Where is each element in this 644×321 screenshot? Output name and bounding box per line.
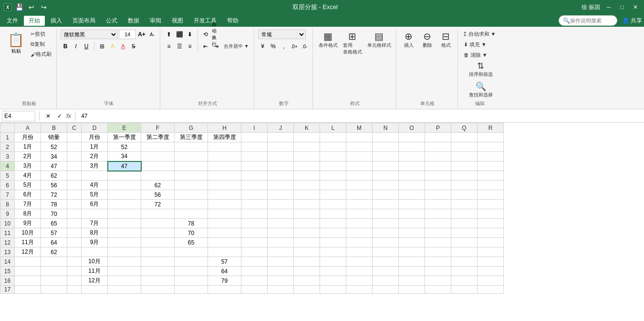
cell-K14[interactable] xyxy=(294,257,320,267)
cell-D6[interactable]: 4月 xyxy=(82,181,108,190)
cell-E12[interactable] xyxy=(108,238,141,247)
cell-F4[interactable] xyxy=(141,161,175,171)
cell-I2[interactable] xyxy=(241,142,268,152)
cell-B3[interactable]: 34 xyxy=(41,152,67,161)
font-size-decrease-button[interactable]: A- xyxy=(147,30,157,39)
align-right-button[interactable]: ≡ xyxy=(185,42,195,51)
format-painter-button[interactable]: 🖌 格式刷 xyxy=(29,50,53,59)
cell-K15[interactable] xyxy=(294,267,320,276)
cell-M11[interactable] xyxy=(346,228,373,238)
cell-I5[interactable] xyxy=(241,171,268,181)
cell-K9[interactable] xyxy=(294,209,320,219)
cell-D13[interactable] xyxy=(82,247,108,257)
cell-R1[interactable] xyxy=(478,133,504,142)
cell-P10[interactable] xyxy=(425,219,451,228)
format-cells-button[interactable]: ⊟ 格式 xyxy=(437,30,455,50)
font-size-increase-button[interactable]: A+ xyxy=(137,30,146,39)
cell-Q5[interactable] xyxy=(451,171,478,181)
cell-G17[interactable] xyxy=(175,286,208,294)
share-button[interactable]: 👤 共享 xyxy=(622,17,642,25)
cell-D4[interactable]: 3月 xyxy=(82,161,108,171)
col-header-H[interactable]: H xyxy=(208,123,241,133)
cell-R17[interactable] xyxy=(478,286,504,294)
menu-data[interactable]: 数据 xyxy=(123,16,144,26)
row-header-2[interactable]: 2 xyxy=(0,142,15,152)
menu-file[interactable]: 文件 xyxy=(2,16,23,26)
cell-F10[interactable] xyxy=(141,219,175,228)
cell-D16[interactable]: 12月 xyxy=(82,276,108,286)
menu-page-layout[interactable]: 页面布局 xyxy=(68,16,100,26)
cell-I14[interactable] xyxy=(241,257,268,267)
cell-Q9[interactable] xyxy=(451,209,478,219)
cell-J5[interactable] xyxy=(268,171,294,181)
cell-P9[interactable] xyxy=(425,209,451,219)
cell-A6[interactable]: 5月 xyxy=(15,181,41,190)
align-middle-button[interactable]: ⬛ xyxy=(175,30,184,39)
cell-C14[interactable] xyxy=(67,257,82,267)
cell-G14[interactable] xyxy=(175,257,208,267)
cell-B5[interactable]: 62 xyxy=(41,171,67,181)
row-header-14[interactable]: 14 xyxy=(0,257,15,267)
align-top-button[interactable]: ⬆ xyxy=(164,30,174,39)
cell-H16[interactable]: 79 xyxy=(208,276,241,286)
row-header-5[interactable]: 5 xyxy=(0,171,15,181)
cell-E7[interactable] xyxy=(108,190,141,200)
col-header-J[interactable]: J xyxy=(268,123,294,133)
cell-N5[interactable] xyxy=(373,171,399,181)
cell-H15[interactable]: 64 xyxy=(208,267,241,276)
cut-button[interactable]: ✂ 剪切 xyxy=(29,30,53,39)
row-header-15[interactable]: 15 xyxy=(0,267,15,276)
cell-A4[interactable]: 3月 xyxy=(15,161,41,171)
cell-G13[interactable] xyxy=(175,247,208,257)
cell-J16[interactable] xyxy=(268,276,294,286)
cell-A11[interactable]: 10月 xyxy=(15,228,41,238)
cell-J6[interactable] xyxy=(268,181,294,190)
cell-I10[interactable] xyxy=(241,219,268,228)
formula-input[interactable] xyxy=(79,111,642,121)
cell-Q4[interactable] xyxy=(451,161,478,171)
cell-R14[interactable] xyxy=(478,257,504,267)
cell-K10[interactable] xyxy=(294,219,320,228)
cell-G4[interactable] xyxy=(175,161,208,171)
cell-C7[interactable] xyxy=(67,190,82,200)
cell-D17[interactable] xyxy=(82,286,108,294)
save-button[interactable]: 💾 xyxy=(14,2,24,12)
cell-P17[interactable] xyxy=(425,286,451,294)
cell-P14[interactable] xyxy=(425,257,451,267)
cell-C13[interactable] xyxy=(67,247,82,257)
cell-J1[interactable] xyxy=(268,133,294,142)
col-header-R[interactable]: R xyxy=(478,123,504,133)
cell-B2[interactable]: 52 xyxy=(41,142,67,152)
cell-I12[interactable] xyxy=(241,238,268,247)
cell-J10[interactable] xyxy=(268,219,294,228)
cell-K5[interactable] xyxy=(294,171,320,181)
col-header-A[interactable]: A xyxy=(15,123,41,133)
font-color-button[interactable]: A xyxy=(118,42,128,51)
cell-B8[interactable]: 78 xyxy=(41,200,67,209)
clear-button[interactable]: 🗑 清除 ▼ xyxy=(462,51,489,60)
cell-N8[interactable] xyxy=(373,200,399,209)
cell-M9[interactable] xyxy=(346,209,373,219)
cell-E1[interactable]: 第一季度 xyxy=(108,133,141,142)
cell-P1[interactable] xyxy=(425,133,451,142)
cell-F5[interactable] xyxy=(141,171,175,181)
cancel-formula-button[interactable]: ✕ xyxy=(43,111,53,121)
cell-E6[interactable] xyxy=(108,181,141,190)
cell-A1[interactable]: 月份 xyxy=(15,133,41,142)
cell-J9[interactable] xyxy=(268,209,294,219)
cell-K8[interactable] xyxy=(294,200,320,209)
col-header-F[interactable]: F xyxy=(141,123,175,133)
cell-M10[interactable] xyxy=(346,219,373,228)
row-header-9[interactable]: 9 xyxy=(0,209,15,219)
cell-O8[interactable] xyxy=(399,200,425,209)
cell-K2[interactable] xyxy=(294,142,320,152)
cell-C2[interactable] xyxy=(67,142,82,152)
table-format-button[interactable]: ⊞ 套用表格格式 xyxy=(341,30,364,56)
cell-F2[interactable] xyxy=(141,142,175,152)
cell-P6[interactable] xyxy=(425,181,451,190)
cell-Q11[interactable] xyxy=(451,228,478,238)
cell-C1[interactable] xyxy=(67,133,82,142)
confirm-formula-button[interactable]: ✓ xyxy=(55,111,64,121)
col-header-K[interactable]: K xyxy=(294,123,320,133)
cell-I16[interactable] xyxy=(241,276,268,286)
